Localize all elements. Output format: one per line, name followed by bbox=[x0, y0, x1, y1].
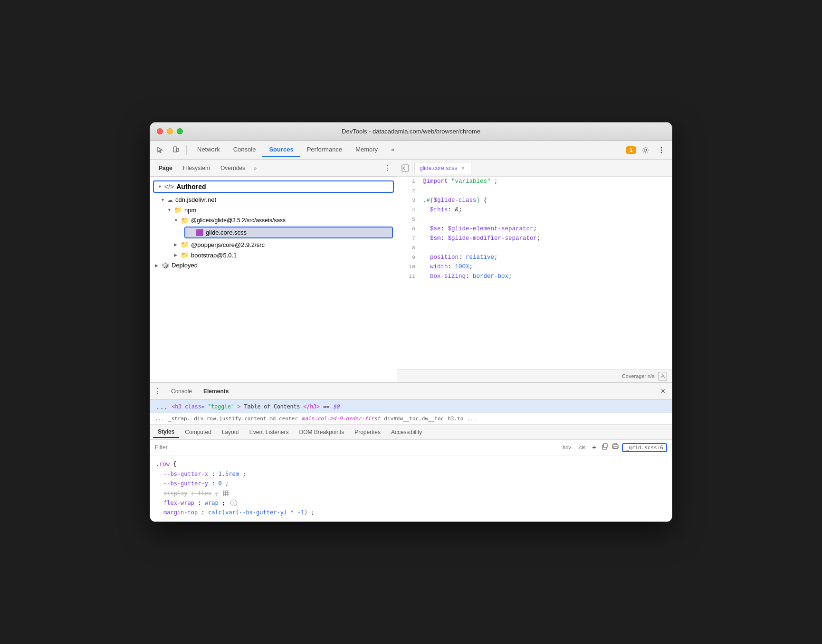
path-item-row[interactable]: div.row.justify-content-md-center bbox=[194, 416, 298, 422]
npm-label: npm bbox=[184, 207, 196, 214]
tab-sources[interactable]: Sources bbox=[262, 143, 300, 157]
code-line-8: 8 bbox=[397, 243, 672, 253]
file-label: glide.core.scss bbox=[206, 229, 247, 236]
styles-tab-event-listeners[interactable]: Event Listeners bbox=[245, 427, 294, 437]
css-prop-gutter-x: --bs-gutter-x : 1.5rem ; bbox=[156, 469, 666, 479]
top-panel: Page Filesystem Overrides » ⋮ ▼ </> Auth… bbox=[150, 160, 672, 383]
editor-tab-glide[interactable]: glide.core.scss × bbox=[414, 162, 471, 174]
cdn-row[interactable]: ▼ ☁ cdn.jsdelivr.net bbox=[150, 195, 397, 205]
styles-panel: Styles Computed Layout Event Listeners D… bbox=[150, 425, 672, 521]
sidebar-more-tabs[interactable]: » bbox=[251, 163, 259, 173]
main-tabs: Network Console Sources Performance Memo… bbox=[191, 143, 624, 157]
path-item-end-dots[interactable]: ... bbox=[467, 416, 477, 422]
class-filter[interactable]: .cls bbox=[576, 444, 588, 451]
popperjs-label: @popperjs/core@2.9.2/src bbox=[191, 241, 265, 248]
main-content: Page Filesystem Overrides » ⋮ ▼ </> Auth… bbox=[150, 160, 672, 521]
code-line-5: 5 bbox=[397, 215, 672, 224]
svg-rect-1 bbox=[177, 148, 179, 152]
maximize-button[interactable] bbox=[177, 128, 183, 134]
styles-tab-computed[interactable]: Computed bbox=[180, 427, 216, 437]
tree-arrow-glideis: ▼ bbox=[174, 218, 181, 223]
tab-memory[interactable]: Memory bbox=[349, 143, 384, 157]
device-toolbar-button[interactable] bbox=[169, 143, 182, 157]
hover-filter[interactable]: :hov bbox=[559, 444, 573, 451]
deployed-icon: 🎲 bbox=[162, 262, 169, 269]
dom-path-bar: ... _strap. div.row.justify-content-md-c… bbox=[150, 413, 672, 425]
editor-back-button[interactable] bbox=[399, 162, 411, 174]
tab-console-bottom[interactable]: Console bbox=[166, 386, 197, 397]
minimize-button[interactable] bbox=[167, 128, 173, 134]
inspect-element-button[interactable] bbox=[154, 143, 167, 157]
toolbar-right: 1 bbox=[626, 143, 668, 157]
path-item-dots[interactable]: ... bbox=[155, 416, 164, 422]
settings-button[interactable] bbox=[639, 143, 652, 157]
styles-tab-layout[interactable]: Layout bbox=[217, 427, 244, 437]
file-sidebar: Page Filesystem Overrides » ⋮ ▼ </> Auth… bbox=[150, 160, 397, 382]
tab-overrides[interactable]: Overrides bbox=[216, 162, 250, 174]
sidebar-options[interactable]: ⋮ bbox=[382, 161, 393, 174]
code-content: 1 @import "variables" ; 2 3 bbox=[397, 177, 672, 369]
tab-page[interactable]: Page bbox=[154, 162, 177, 174]
glideis-row[interactable]: ▼ 📁 @glideis/glide@3.5.2/src/assets/sass bbox=[150, 215, 397, 226]
code-line-4: 4 $this: &; bbox=[397, 205, 672, 215]
styles-tab-properties[interactable]: Properties bbox=[350, 427, 385, 437]
tab-console[interactable]: Console bbox=[227, 143, 263, 157]
svg-point-5 bbox=[661, 149, 662, 151]
filter-input[interactable] bbox=[155, 444, 556, 451]
file-item-wrapper: 🟪 glide.core.scss bbox=[150, 227, 397, 238]
code-line-3: 3 .#{$glide-class} { bbox=[397, 196, 672, 205]
glideis-label: @glideis/glide@3.5.2/src/assets/sass bbox=[191, 217, 286, 224]
scss-file-icon: 🟪 bbox=[196, 229, 203, 236]
tab-elements[interactable]: Elements bbox=[199, 386, 233, 397]
popperjs-folder-icon: 📁 bbox=[181, 241, 189, 248]
notification-badge[interactable]: 1 bbox=[626, 146, 636, 154]
authored-row[interactable]: ▼ </> Authored bbox=[154, 181, 393, 192]
close-button[interactable] bbox=[157, 128, 163, 134]
css-prop-display: display : flex ; bbox=[156, 489, 666, 498]
file-selected-outline: 🟪 glide.core.scss bbox=[184, 227, 393, 238]
path-item-h3[interactable]: h3.to bbox=[448, 416, 463, 422]
popperjs-row[interactable]: ▶ 📁 @popperjs/core@2.9.2/src bbox=[150, 239, 397, 250]
coverage-icon[interactable] bbox=[659, 372, 667, 380]
bootstrap-row[interactable]: ▶ 📁 bootstrap@5.0.1 bbox=[150, 250, 397, 260]
copy-style-btn[interactable] bbox=[601, 443, 609, 452]
code-line-9: 9 position: relative; bbox=[397, 253, 672, 262]
tab-more[interactable]: » bbox=[384, 143, 401, 157]
path-item-strap[interactable]: _strap. bbox=[168, 416, 190, 422]
npm-folder-icon: 📁 bbox=[174, 206, 182, 214]
file-glide-core[interactable]: 🟪 glide.core.scss bbox=[185, 227, 392, 237]
tab-network[interactable]: Network bbox=[191, 143, 227, 157]
code-line-2: 2 bbox=[397, 186, 672, 196]
window-controls bbox=[157, 128, 183, 134]
elements-options-icon[interactable]: ⋮ bbox=[154, 387, 162, 396]
code-line-7: 7 $sm: $glide-modifier-separator; bbox=[397, 234, 672, 243]
breadcrumb-ellipsis: ... bbox=[156, 403, 168, 410]
tab-performance[interactable]: Performance bbox=[300, 143, 349, 157]
deployed-row[interactable]: ▶ 🎲 Deployed bbox=[150, 260, 397, 270]
toggle-print-style-btn[interactable] bbox=[612, 443, 619, 452]
code-icon: </> bbox=[164, 183, 174, 190]
bottom-panel: ⋮ Console Elements × ... <h3 class= "tog… bbox=[150, 383, 672, 521]
path-item-main[interactable]: main.col-md-9.order-first bbox=[302, 416, 381, 422]
authored-label: Authored bbox=[176, 183, 206, 190]
npm-row[interactable]: ▼ 📁 npm bbox=[150, 205, 397, 215]
styles-tab-dom-breakpoints[interactable]: DOM Breakpoints bbox=[294, 427, 349, 437]
add-style-btn[interactable]: + bbox=[590, 443, 598, 452]
css-prop-flex-wrap: flex-wrap : wrap ; i bbox=[156, 498, 666, 508]
tab-filesystem[interactable]: Filesystem bbox=[178, 162, 215, 174]
path-item-toc[interactable]: div#dw__toc.dw__toc bbox=[384, 416, 444, 422]
source-file-badge[interactable]: _grid.scss:6 bbox=[622, 443, 667, 452]
css-code-block: .row { --bs-gutter-x : 1.5rem ; --bs-gut… bbox=[150, 455, 672, 521]
styles-tab-styles[interactable]: Styles bbox=[153, 426, 179, 438]
editor-tab-close[interactable]: × bbox=[459, 165, 466, 171]
editor-tabs: glide.core.scss × bbox=[397, 160, 672, 177]
code-line-6: 6 $se: $glide-element-separator; bbox=[397, 224, 672, 234]
deployed-label: Deployed bbox=[172, 262, 198, 269]
glideis-folder-icon: 📁 bbox=[181, 217, 189, 224]
svg-point-6 bbox=[661, 152, 662, 153]
filter-bar: :hov .cls + bbox=[150, 440, 672, 455]
info-icon[interactable]: i bbox=[230, 500, 237, 506]
styles-tab-accessibility[interactable]: Accessibility bbox=[386, 427, 427, 437]
more-options-button[interactable] bbox=[655, 143, 668, 157]
close-bottom-panel[interactable]: × bbox=[658, 385, 668, 398]
